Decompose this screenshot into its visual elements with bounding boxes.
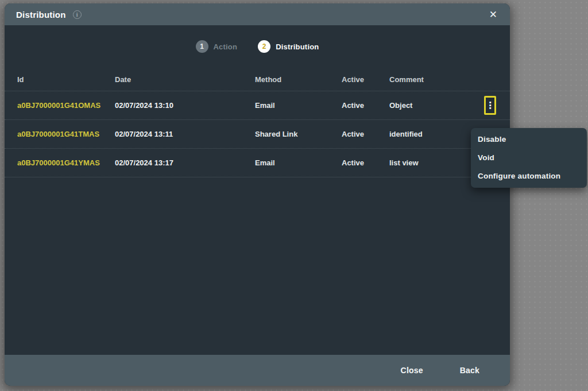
step-1-circle: 1 xyxy=(196,40,208,53)
row-date: 02/07/2024 13:11 xyxy=(115,130,255,138)
row-active-status: Active xyxy=(342,130,389,138)
stepper: 1 Action 2 Distribution xyxy=(5,40,510,53)
row-id-link[interactable]: a0BJ7000001G41TMAS xyxy=(17,130,115,138)
step-1-label: Action xyxy=(214,42,238,51)
row-id-link[interactable]: a0BJ7000001G41YMAS xyxy=(17,158,115,167)
info-icon[interactable]: i xyxy=(73,10,82,19)
table-header-row: Id Date Method Active Comment xyxy=(5,68,510,91)
step-action[interactable]: 1 Action xyxy=(196,40,238,53)
distribution-table: Id Date Method Active Comment a0BJ700000… xyxy=(5,68,510,177)
row-comment: identified xyxy=(389,130,484,138)
column-header-method: Method xyxy=(255,75,342,84)
table-row: a0BJ7000001G41TMAS 02/07/2024 13:11 Shar… xyxy=(5,120,510,149)
row-comment: list view xyxy=(389,158,484,167)
row-active-status: Active xyxy=(342,101,389,110)
row-date: 02/07/2024 13:10 xyxy=(115,101,255,110)
table-row: a0BJ7000001G41YMAS 02/07/2024 13:17 Emai… xyxy=(5,149,510,177)
row-method: Email xyxy=(255,158,342,167)
modal-header: Distribution i ✕ xyxy=(5,3,510,25)
kebab-menu-icon: ⋮ xyxy=(486,101,495,110)
menu-item-void[interactable]: Void xyxy=(471,149,587,167)
row-active-status: Active xyxy=(342,158,389,167)
step-distribution[interactable]: 2 Distribution xyxy=(258,40,319,53)
column-header-date: Date xyxy=(115,75,255,84)
step-2-label: Distribution xyxy=(276,42,319,51)
table-row: a0BJ7000001G41OMAS 02/07/2024 13:10 Emai… xyxy=(5,91,510,120)
row-method: Email xyxy=(255,101,342,110)
modal-footer: Close Back xyxy=(5,355,510,386)
modal-body: 1 Action 2 Distribution Id Date Method A… xyxy=(5,25,510,355)
row-actions-button[interactable]: ⋮ xyxy=(484,96,496,115)
row-actions-cell: ⋮ xyxy=(484,96,498,115)
menu-item-configure-automation[interactable]: Configure automation xyxy=(471,167,587,185)
column-header-id: Id xyxy=(17,75,115,84)
close-icon[interactable]: ✕ xyxy=(488,9,498,21)
row-method: Shared Link xyxy=(255,130,342,138)
step-2-circle: 2 xyxy=(258,40,270,53)
row-actions-menu: Disable Void Configure automation xyxy=(471,128,587,188)
row-id-link[interactable]: a0BJ7000001G41OMAS xyxy=(17,101,115,110)
close-button[interactable]: Close xyxy=(401,366,423,375)
back-button[interactable]: Back xyxy=(460,366,479,375)
row-date: 02/07/2024 13:17 xyxy=(115,158,255,167)
row-comment: Object xyxy=(389,101,484,110)
modal-title: Distribution xyxy=(16,10,66,20)
distribution-modal: Distribution i ✕ 1 Action 2 Distribution… xyxy=(5,3,510,386)
menu-item-disable[interactable]: Disable xyxy=(471,130,587,149)
column-header-comment: Comment xyxy=(389,75,484,84)
column-header-active: Active xyxy=(342,75,389,84)
